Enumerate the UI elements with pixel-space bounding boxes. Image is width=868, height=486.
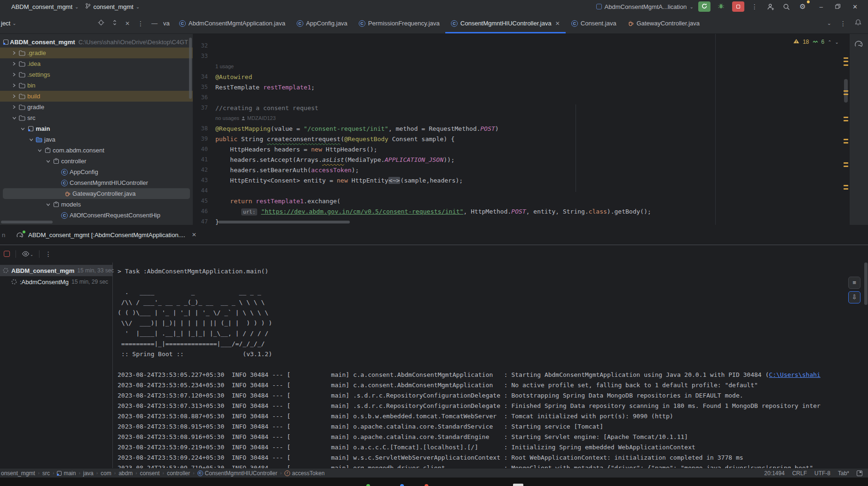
tree-item[interactable]: .gradle — [0, 48, 193, 58]
usage-hint[interactable]: 1 usage — [215, 64, 234, 69]
console-scrollbar[interactable] — [864, 263, 868, 305]
search-icon[interactable] — [781, 1, 792, 12]
breadcrumb-item[interactable]: java — [83, 470, 94, 477]
run-tab-title[interactable]: ABDM_consent_mgmt [:AbdmConsentMgmtAppli… — [28, 231, 185, 239]
gutter-line-number[interactable]: 32 — [193, 42, 215, 49]
gutter-line-number[interactable]: 37 — [193, 104, 215, 111]
gutter-line-number[interactable]: 40 — [193, 146, 215, 152]
expand-collapse-icon[interactable] — [112, 19, 118, 28]
breadcrumb-item[interactable]: com — [101, 470, 111, 477]
project-horizontal-scrollbar[interactable] — [1, 221, 53, 223]
tree-item[interactable]: controller — [0, 156, 193, 167]
tree-item[interactable]: bin — [0, 80, 193, 91]
tree-item[interactable]: CAllOfConsentRequestConsentHip — [0, 210, 193, 221]
scroll-to-end-button[interactable]: ⇩ — [848, 291, 860, 303]
file-encoding[interactable]: UTF-8 — [814, 470, 830, 477]
gutter-line-number[interactable]: 45 — [193, 198, 215, 204]
tree-item[interactable]: .settings — [0, 69, 193, 80]
close-button[interactable]: ✕ — [852, 3, 858, 10]
warning-stripe-mark[interactable] — [844, 57, 848, 59]
gutter-line-number[interactable]: 39 — [193, 135, 215, 142]
gutter-line-number[interactable]: 43 — [193, 177, 215, 183]
breadcrumb-item[interactable]: consent — [140, 470, 160, 477]
gutter-line-number[interactable]: 34 — [193, 73, 215, 80]
show-options-icon[interactable]: ⌄ — [22, 251, 33, 257]
process-item[interactable]: :AbdmConsentMg15 min, 29 sec — [0, 276, 112, 287]
warning-stripe-mark[interactable] — [844, 61, 848, 62]
tree-item[interactable]: src — [0, 112, 193, 123]
tab-gatewaycontroller-java[interactable]: GatewayController.java — [622, 13, 705, 33]
taskbar-app-icon[interactable] — [425, 484, 428, 486]
tab-list-chevron-icon[interactable]: ⌄ — [827, 20, 831, 26]
breadcrumb-item[interactable]: onsent_mgmt — [1, 470, 35, 477]
warning-stripe-mark[interactable] — [844, 162, 848, 164]
settings-gear-icon[interactable]: ⚙ — [797, 1, 808, 12]
tab-consentmgmnthiucontroller-java[interactable]: CConsentMgmntHIUController.java✕ — [445, 13, 566, 33]
gutter-line-number[interactable]: 35 — [193, 84, 215, 90]
tree-item[interactable]: models — [0, 199, 193, 210]
warning-stripe-mark[interactable] — [844, 142, 848, 143]
tab-consent-java[interactable]: CConsent.java — [566, 13, 622, 33]
chevron-down-icon[interactable]: ⌄ — [12, 21, 16, 26]
code-editor[interactable]: 32331 usage34@Autowired35RestTemplate re… — [193, 34, 849, 225]
stop-button[interactable] — [732, 1, 744, 12]
breadcrumb-item[interactable]: controller — [167, 470, 190, 477]
run-console[interactable]: > Task :AbdmConsentMgmtApplication.main(… — [113, 263, 868, 468]
bell-icon[interactable] — [855, 19, 861, 28]
maximize-button[interactable] — [835, 3, 840, 10]
close-run-tab-icon[interactable]: ✕ — [192, 231, 197, 238]
more-actions-icon[interactable]: ⋮ — [749, 1, 760, 12]
tab-permissionfrequency-java[interactable]: CPermissionFrequency.java — [353, 13, 445, 33]
next-problem-icon[interactable]: ⌄ — [835, 40, 839, 45]
author-hint[interactable]: MDZAID123 — [247, 115, 276, 121]
project-widget[interactable]: ABDM_consent_mgmt ⌄ — [11, 3, 79, 10]
inspections-widget[interactable]: 18 6 ⌃ ⌄ — [793, 39, 839, 45]
warning-stripe-mark[interactable] — [844, 166, 848, 167]
taskbar-app-icon[interactable] — [400, 484, 404, 486]
project-vertical-scrollbar[interactable] — [189, 38, 192, 99]
breadcrumb-item[interactable]: faccessToken — [284, 470, 324, 477]
locate-file-icon[interactable] — [98, 19, 104, 28]
editor-horizontal-scrollbar[interactable] — [218, 221, 350, 223]
close-tab-icon[interactable]: ✕ — [555, 20, 560, 27]
tree-item[interactable]: java — [0, 134, 193, 145]
taskbar-app-icon[interactable] — [366, 484, 370, 486]
run-config-widget[interactable]: AbdmConsentMgmtA...lication ⌄ — [596, 3, 694, 10]
breadcrumb-item[interactable]: CConsentMgmntHIUController — [197, 470, 277, 477]
tree-root[interactable]: ABDM_consent_mgmtC:\Users\shahi\OneDrive… — [0, 37, 193, 48]
caret-position[interactable]: 20:1494 — [764, 470, 784, 477]
warning-stripe-mark[interactable] — [844, 185, 848, 186]
gutter-line-number[interactable]: 41 — [193, 156, 215, 163]
line-separator[interactable]: CRLF — [792, 470, 807, 477]
warning-stripe-mark[interactable] — [844, 117, 848, 118]
tree-item[interactable]: .idea — [0, 58, 193, 69]
hide-panel-icon[interactable]: — — [151, 20, 158, 27]
tab-appconfig-java[interactable]: CAppConfig.java — [291, 13, 353, 33]
window-icon[interactable] — [857, 470, 862, 476]
tree-item[interactable]: gradle — [0, 102, 193, 112]
minimize-button[interactable]: – — [820, 3, 823, 10]
rerun-button[interactable] — [698, 1, 710, 12]
tree-item[interactable]: GatewayController.java — [3, 188, 190, 199]
debug-button[interactable] — [715, 1, 727, 12]
warning-stripe-mark[interactable] — [844, 120, 848, 121]
warning-stripe-mark[interactable] — [844, 188, 848, 190]
tree-item[interactable]: main — [0, 123, 193, 134]
panel-options-icon[interactable]: ⋮ — [137, 20, 144, 27]
soft-wrap-button[interactable]: ≡ — [848, 277, 860, 289]
warning-stripe-mark[interactable] — [844, 90, 848, 92]
breadcrumb-item[interactable]: src — [42, 470, 50, 477]
tab-partial[interactable]: va — [162, 13, 174, 33]
taskbar-app-icon[interactable] — [513, 484, 523, 486]
usage-hint[interactable]: no usages — [215, 115, 239, 121]
gutter-line-number[interactable]: 36 — [193, 94, 215, 101]
collapse-all-icon[interactable]: ✕ — [125, 20, 130, 27]
tab-options-icon[interactable]: ⋮ — [840, 20, 846, 27]
gutter-line-number[interactable]: 44 — [193, 187, 215, 194]
add-user-icon[interactable] — [765, 1, 776, 12]
stop-process-icon[interactable] — [4, 251, 10, 257]
gutter-line-number[interactable]: 38 — [193, 125, 215, 132]
breadcrumb-item[interactable]: abdm — [118, 470, 133, 477]
tree-item[interactable]: CAppConfig — [0, 167, 193, 177]
gradle-icon[interactable] — [854, 40, 864, 49]
